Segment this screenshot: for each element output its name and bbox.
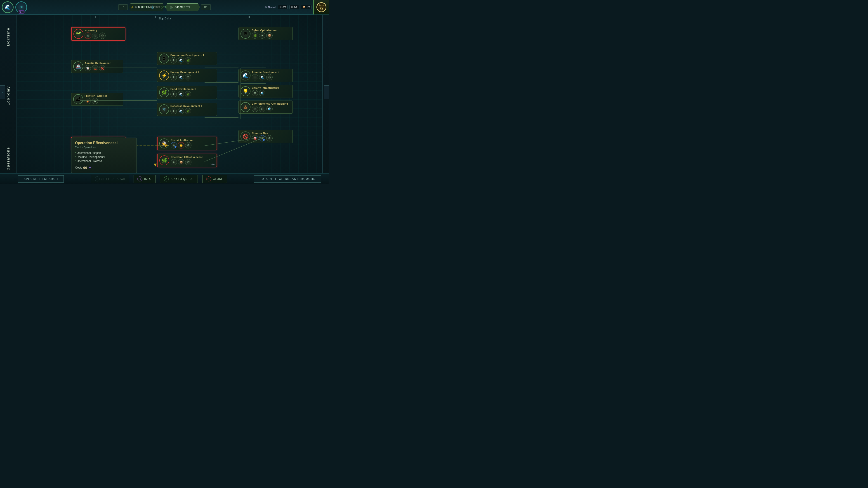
food-dev-icons: Ⅰ 🌊 🌿: [170, 91, 215, 97]
ff-icon-1: ⛺: [85, 98, 91, 104]
energy-dev-info: Energy Development I Ⅰ 🌊 ⬡: [170, 71, 215, 80]
tech-card-colony-infra[interactable]: 💡 Colony Infrastructure 🏛 🌊: [239, 85, 293, 98]
nurturing-icon: 🌱: [73, 29, 84, 39]
prod-dev-icon: ⚙: [159, 54, 169, 64]
ec-icon-1: ⚠: [252, 106, 258, 112]
aquatic-deploy-info: Aquatic Deployment 🐚 🚤 ❌: [85, 62, 121, 71]
op-eff-icon: 🌿: [159, 156, 169, 165]
energy-dev-icons: Ⅰ 🌊 ⬡: [170, 74, 215, 80]
fd-icon-2: 🌊: [178, 91, 184, 97]
tech-card-cyber-optimization[interactable]: ⚙ Cyber Optimization 🌿 ✦ 📦: [239, 27, 293, 40]
adr-icon-1: Ⅰ: [252, 74, 258, 80]
env-cond-icon: ⚠: [241, 102, 250, 112]
bottom-center-actions: ⬡ SET RESEARCH ⬡ INFO △ ADD TO QUEUE ⊙ C…: [64, 175, 254, 183]
add-to-queue-btn[interactable]: △ ADD TO QUEUE: [160, 175, 198, 183]
turn-circle: Turn 72: [316, 2, 327, 12]
bottom-bar: SPECIAL RESEARCH ⬡ SET RESEARCH ⬡ INFO △…: [0, 173, 329, 184]
nurturing-icons: ⚙ 🛡 ⬡: [85, 33, 123, 39]
tech-area: 🌱 Nurturing ⚙ 🛡 ⬡ ⚙ Cyber Optimization 🌿…: [17, 15, 322, 173]
rd-icon-2: 🌊: [178, 108, 184, 114]
ad-icon-2: 🚤: [92, 65, 98, 71]
set-research-label: SET RESEARCH: [101, 177, 125, 181]
add-queue-icon: △: [164, 176, 169, 182]
cost-label: Cost:: [75, 166, 82, 169]
tech-card-research-dev[interactable]: ⚛ Research Development I Ⅰ 🌊 🌿: [157, 103, 217, 116]
close-btn[interactable]: ⊙ CLOSE: [202, 175, 227, 183]
prod-dev-title: Production Development I: [170, 54, 215, 57]
tech-card-covert-infiltration[interactable]: 🕵 Covert Infiltration ✚ 🖐 👁: [157, 137, 217, 150]
avatar-player[interactable]: 🌊: [2, 1, 13, 13]
ci2-icon-1: ✚: [170, 142, 177, 149]
tech-card-aquatic-deployment[interactable]: 🚢 Aquatic Deployment 🐚 🚤 ❌: [71, 60, 123, 73]
benefit-2: Doctrine Development I: [75, 155, 133, 159]
cost-value: 90: [83, 166, 87, 169]
topbar: 🌊 ⚛ +249 ⚡ 606 (+222) 💧 343 (+35) 📡 78 (…: [0, 0, 329, 15]
research-dev-info: Research Development I Ⅰ 🌊 🌿: [170, 105, 215, 114]
special-research-btn[interactable]: SPECIAL RESEARCH: [18, 175, 64, 183]
tech-card-operation-effectiveness[interactable]: 🌿 Operation Effectiveness I ⬇ 📦 🛡 10 ⚙: [157, 154, 217, 167]
benefit-3: Operational Prowess I: [75, 159, 133, 163]
tech-card-energy-dev[interactable]: ⚡ Energy Development I Ⅰ 🌊 ⬡: [157, 69, 217, 82]
benefit-1: Operational Support I: [75, 151, 133, 155]
counter-ops-icons: 🎯 ✚ 👁: [252, 135, 291, 141]
aquatic-deploy-title: Aquatic Deployment: [85, 62, 121, 64]
tab-society[interactable]: SOCIETY: [165, 3, 200, 11]
covert-inf-icons: ✚ 🖐 👁: [170, 142, 215, 149]
aquatic-dev-r-icons: Ⅰ 🌊 ⬡: [252, 74, 291, 80]
frontier-title: Frontier Facilities: [85, 94, 121, 97]
tooltip-cost: Cost: 90 ✦: [75, 165, 133, 170]
co-icon-1: 🎯: [252, 135, 258, 141]
tech-card-aquatic-dev-r[interactable]: 🌊 Aquatic Development Ⅰ 🌊 ⬡: [239, 69, 293, 82]
covert-inf-icon: 🕵: [159, 138, 169, 149]
tech-card-nurturing[interactable]: 🌱 Nurturing ⚙ 🛡 ⬡: [71, 27, 125, 41]
topbar-left: 🌊 ⚛ +249: [0, 1, 50, 13]
tab-l1[interactable]: L1: [118, 4, 128, 10]
tech-card-env-conditioning[interactable]: ⚠ Environmental Conditioning ⚠ ⬡ 🌊: [239, 101, 293, 113]
tech-card-counter-ops[interactable]: 🚫 Counter Ops 🎯 ✚ 👁: [239, 130, 293, 143]
env-cond-title: Environmental Conditioning: [252, 102, 291, 105]
ed-icon-1: Ⅰ: [170, 74, 177, 80]
future-tech-btn[interactable]: FUTURE TECH BREAKTHROUGHS: [254, 175, 321, 183]
nurturing-icon-1: ⚙: [85, 33, 91, 39]
env-cond-icons: ⚠ ⬡ 🌊: [252, 106, 291, 112]
turn-box[interactable]: Turn 72: [313, 0, 329, 14]
counter-ops-info: Counter Ops 🎯 ✚ 👁: [252, 132, 291, 141]
tab-r1[interactable]: R1: [201, 4, 211, 10]
research-dev-title: Research Development I: [170, 105, 215, 107]
info-icon: ⬡: [137, 176, 143, 182]
tooltip-tier: Tier II - Operations: [75, 146, 133, 149]
aquatic-dev-r-icon: 🌊: [241, 70, 250, 80]
energy-dev-icon: ⚡: [159, 70, 169, 80]
close-icon: ⊙: [206, 176, 211, 182]
tech-card-frontier[interactable]: 🏕 Frontier Facilities ⛺ 🏗: [71, 93, 123, 106]
cost-icon: ✦: [88, 165, 91, 170]
op-eff-icons: ⬇ 📦 🛡: [170, 159, 215, 165]
tooltip-title: Operation Effectiveness I: [75, 141, 133, 145]
cyber-opt-icons: 🌿 ✦ 📦: [252, 32, 291, 39]
frontier-icons: ⛺ 🏗: [85, 98, 121, 104]
faction-label: Neutral: [268, 6, 276, 8]
tooltip-panel: Operation Effectiveness I Tier II - Oper…: [71, 138, 137, 173]
nurturing-title: Nurturing: [85, 29, 123, 32]
colony-infra-icon: 💡: [241, 86, 250, 96]
fd-icon-1: Ⅰ: [170, 91, 177, 97]
sidebar-doctrine-label: Doctrine: [6, 28, 10, 46]
tech-card-food-dev[interactable]: 🌿 Food Development I Ⅰ 🌊 🌿: [157, 86, 217, 99]
tooltip-benefits: Operational Support I Doctrine Developme…: [75, 151, 133, 163]
cyber-opt-info: Cyber Optimization 🌿 ✦ 📦: [252, 29, 291, 39]
cyber-opt-icon-2: ✦: [259, 32, 266, 39]
faction-status: 👁 Neutral: [265, 6, 276, 8]
frontier-icon: 🏕: [73, 94, 83, 104]
topbar-tabs: L1 MILITARY SOCIETY R1: [118, 3, 211, 11]
left-nav-arrow[interactable]: ‹: [0, 86, 5, 99]
colony-infra-info: Colony Infrastructure 🏛 🌊: [252, 87, 291, 96]
tab-military[interactable]: MILITARY: [129, 3, 164, 11]
fd-icon-3: 🌿: [185, 91, 191, 97]
counter-ops-icon: 🚫: [241, 131, 250, 141]
right-nav-arrow[interactable]: ›: [324, 86, 329, 99]
info-btn[interactable]: ⬡ INFO: [133, 175, 156, 183]
colony-infra-icons: 🏛 🌊: [252, 90, 291, 96]
tech-card-production-dev[interactable]: ⚙ Production Development I Ⅰ 🌊 🌿: [157, 52, 217, 65]
set-research-btn[interactable]: ⬡ SET RESEARCH: [91, 175, 129, 183]
oe-icon-3: 🛡: [185, 159, 191, 165]
